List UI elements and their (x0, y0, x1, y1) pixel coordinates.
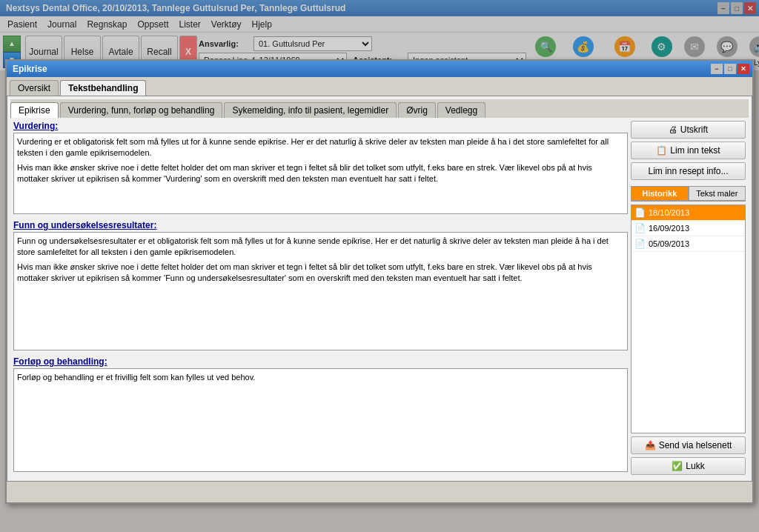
dialog-title-buttons: − □ ✕ (711, 64, 749, 71)
dialog-close-button[interactable]: ✕ (738, 64, 749, 71)
dialog-title-bar: Epikrise − □ ✕ (7, 61, 752, 71)
modal-overlay: Epikrise − □ ✕ Oversikt Tekstbehandling … (0, 0, 759, 71)
dialog-maximize-button[interactable]: □ (724, 64, 736, 71)
dialog-minimize-button[interactable]: − (711, 64, 723, 71)
epikrise-dialog: Epikrise − □ ✕ Oversikt Tekstbehandling … (5, 59, 754, 71)
dialog-title: Epikrise (13, 64, 47, 71)
